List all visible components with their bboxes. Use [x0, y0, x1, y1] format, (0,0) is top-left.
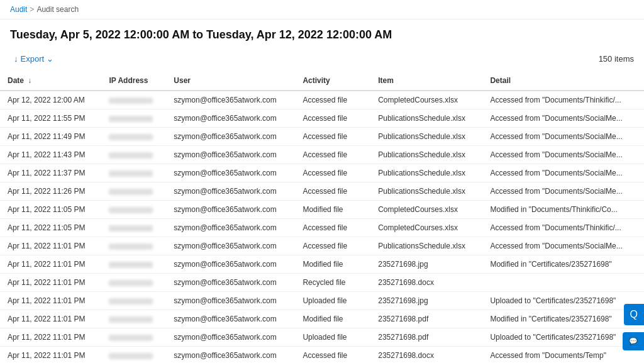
cell-ip	[101, 328, 166, 347]
cell-detail	[482, 274, 644, 292]
cell-item: 235271698.docx	[370, 274, 482, 292]
cell-activity: Uploaded file	[295, 328, 370, 347]
cell-activity: Modified file	[295, 310, 370, 328]
breadcrumb-parent[interactable]: Audit	[10, 5, 27, 14]
cell-detail: Accessed from "Documents/Temp"	[482, 347, 644, 364]
table-row[interactable]: Apr 11, 2022 11:05 PMszymon@office365atw…	[0, 219, 644, 237]
cell-activity: Accessed file	[295, 109, 370, 128]
cell-activity: Modified file	[295, 255, 370, 274]
cell-detail: Accessed from "Documents/Thinkific/...	[482, 219, 644, 237]
table-row[interactable]: Apr 11, 2022 11:01 PMszymon@office365atw…	[0, 274, 644, 292]
cell-detail: Accessed from "Documents/Thinkific/...	[482, 91, 644, 109]
cell-ip	[101, 255, 166, 274]
cell-activity: Accessed file	[295, 182, 370, 201]
cell-date: Apr 11, 2022 11:26 PM	[0, 182, 101, 201]
col-date[interactable]: Date ↓	[0, 71, 101, 91]
cell-activity: Accessed file	[295, 128, 370, 146]
ip-redacted	[109, 316, 153, 323]
cell-detail: Accessed from "Documents/SocialMe...	[482, 109, 644, 128]
table-row[interactable]: Apr 11, 2022 11:37 PMszymon@office365atw…	[0, 164, 644, 182]
cell-user: szymon@office365atwork.com	[166, 91, 295, 109]
cell-ip	[101, 91, 166, 109]
cell-item: 235271698.docx	[370, 347, 482, 364]
breadcrumb: Audit > Audit search	[0, 0, 644, 20]
cell-ip	[101, 128, 166, 146]
cell-user: szymon@office365atwork.com	[166, 347, 295, 364]
cell-date: Apr 11, 2022 11:05 PM	[0, 219, 101, 237]
col-ip: IP Address	[101, 71, 166, 91]
ip-redacted	[109, 207, 153, 213]
export-label: Export	[21, 54, 45, 64]
cell-detail: Accessed from "Documents/SocialMe...	[482, 128, 644, 146]
ip-redacted	[109, 298, 153, 304]
cell-detail: Accessed from "Documents/SocialMe...	[482, 164, 644, 182]
table-row[interactable]: Apr 12, 2022 12:00 AMszymon@office365atw…	[0, 91, 644, 109]
table-row[interactable]: Apr 11, 2022 11:01 PMszymon@office365atw…	[0, 292, 644, 310]
toolbar: ↓ Export ⌄ 150 items	[0, 48, 644, 71]
ip-redacted	[109, 98, 153, 104]
cell-item: 235271698.jpg	[370, 292, 482, 310]
ip-redacted	[109, 189, 153, 195]
feedback-widget[interactable]: 💬	[623, 332, 644, 350]
cell-date: Apr 11, 2022 11:01 PM	[0, 310, 101, 328]
cell-detail: Uploaded to "Certificates/235271698"	[482, 292, 644, 310]
table-header-row: Date ↓ IP Address User Activity Item Det…	[0, 71, 644, 91]
cell-ip	[101, 201, 166, 219]
cell-date: Apr 11, 2022 11:01 PM	[0, 328, 101, 347]
ip-redacted	[109, 335, 153, 341]
cell-item: 235271698.jpg	[370, 255, 482, 274]
cell-user: szymon@office365atwork.com	[166, 201, 295, 219]
table-row[interactable]: Apr 11, 2022 11:01 PMszymon@office365atw…	[0, 237, 644, 255]
cell-user: szymon@office365atwork.com	[166, 164, 295, 182]
items-count: 150 items	[599, 54, 634, 64]
cell-item: 235271698.pdf	[370, 328, 482, 347]
cell-detail: Accessed from "Documents/SocialMe...	[482, 237, 644, 255]
cell-date: Apr 11, 2022 11:49 PM	[0, 128, 101, 146]
table-row[interactable]: Apr 11, 2022 11:01 PMszymon@office365atw…	[0, 310, 644, 328]
cell-ip	[101, 182, 166, 201]
table-row[interactable]: Apr 11, 2022 11:43 PMszymon@office365atw…	[0, 146, 644, 164]
ip-redacted	[109, 225, 153, 232]
col-item: Item	[370, 71, 482, 91]
cell-date: Apr 11, 2022 11:01 PM	[0, 255, 101, 274]
cell-item: CompletedCourses.xlsx	[370, 201, 482, 219]
cell-date: Apr 11, 2022 11:01 PM	[0, 347, 101, 364]
table-row[interactable]: Apr 11, 2022 11:01 PMszymon@office365atw…	[0, 328, 644, 347]
cell-ip	[101, 292, 166, 310]
cell-ip	[101, 237, 166, 255]
chat-widget[interactable]: Q	[624, 304, 644, 325]
cell-item: CompletedCourses.xlsx	[370, 91, 482, 109]
col-activity: Activity	[295, 71, 370, 91]
cell-user: szymon@office365atwork.com	[166, 128, 295, 146]
cell-user: szymon@office365atwork.com	[166, 237, 295, 255]
cell-date: Apr 11, 2022 11:01 PM	[0, 237, 101, 255]
cell-detail: Modified in "Certificates/235271698"	[482, 310, 644, 328]
ip-redacted	[109, 280, 153, 286]
table-row[interactable]: Apr 11, 2022 11:01 PMszymon@office365atw…	[0, 255, 644, 274]
export-dropdown-icon: ⌄	[47, 54, 53, 64]
cell-activity: Accessed file	[295, 164, 370, 182]
table-row[interactable]: Apr 11, 2022 11:05 PMszymon@office365atw…	[0, 201, 644, 219]
table-row[interactable]: Apr 11, 2022 11:55 PMszymon@office365atw…	[0, 109, 644, 128]
page-title: Tuesday, Apr 5, 2022 12:00:00 AM to Tues…	[0, 20, 644, 48]
cell-date: Apr 11, 2022 11:37 PM	[0, 164, 101, 182]
cell-item: PublicationsSchedule.xlsx	[370, 237, 482, 255]
export-button[interactable]: ↓ Export ⌄	[10, 52, 57, 66]
cell-activity: Recycled file	[295, 274, 370, 292]
cell-user: szymon@office365atwork.com	[166, 219, 295, 237]
cell-ip	[101, 310, 166, 328]
ip-redacted	[109, 134, 153, 140]
cell-activity: Accessed file	[295, 146, 370, 164]
ip-redacted	[109, 116, 153, 122]
cell-item: PublicationsSchedule.xlsx	[370, 109, 482, 128]
cell-item: PublicationsSchedule.xlsx	[370, 182, 482, 201]
table-row[interactable]: Apr 11, 2022 11:01 PMszymon@office365atw…	[0, 347, 644, 364]
table-row[interactable]: Apr 11, 2022 11:26 PMszymon@office365atw…	[0, 182, 644, 201]
breadcrumb-separator: >	[30, 5, 34, 14]
cell-activity: Accessed file	[295, 237, 370, 255]
ip-redacted	[109, 353, 153, 359]
table-row[interactable]: Apr 11, 2022 11:49 PMszymon@office365atw…	[0, 128, 644, 146]
cell-date: Apr 11, 2022 11:01 PM	[0, 274, 101, 292]
cell-ip	[101, 274, 166, 292]
cell-user: szymon@office365atwork.com	[166, 328, 295, 347]
